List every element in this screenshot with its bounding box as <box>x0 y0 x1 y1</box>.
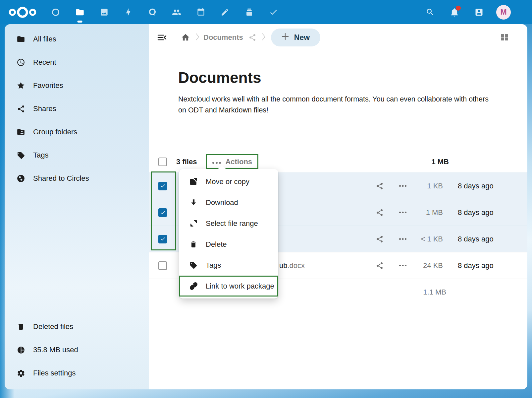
sidebar-item-group-folders[interactable]: Group folders <box>5 120 149 144</box>
sidebar-toggle-icon[interactable] <box>157 33 167 42</box>
circles-icon <box>17 174 25 183</box>
menu-item-label: Download <box>206 198 238 207</box>
quota-pie-icon <box>17 346 25 354</box>
sidebar-item-files-settings[interactable]: Files settings <box>5 362 149 385</box>
contacts-menu-icon[interactable] <box>472 0 486 24</box>
menu-item-select-file-range[interactable]: Select file range <box>179 213 278 234</box>
deck-icon[interactable] <box>242 0 256 24</box>
sidebar-footer: Deleted files 35.8 MB used Files setting… <box>5 315 149 385</box>
folder-account-icon <box>17 128 25 136</box>
file-size: < 1 KB <box>411 235 443 243</box>
breadcrumb-share-icon[interactable] <box>248 33 256 41</box>
gear-icon <box>17 369 25 377</box>
row-actions-icon[interactable] <box>399 235 407 243</box>
chevron-right-icon <box>262 33 266 42</box>
sidebar-item-tags[interactable]: Tags <box>5 144 149 167</box>
new-button[interactable]: New <box>271 29 320 46</box>
talk-icon[interactable] <box>145 0 160 24</box>
tasks-icon[interactable] <box>266 0 281 24</box>
notifications-bell-icon[interactable] <box>447 0 462 24</box>
home-icon[interactable] <box>181 33 190 42</box>
sidebar-item-deleted-files[interactable]: Deleted files <box>5 315 149 338</box>
calendar-icon[interactable] <box>193 0 208 24</box>
sidebar-item-label: Tags <box>33 151 48 160</box>
file-size: 1 MB <box>411 208 443 217</box>
avatar[interactable]: M <box>496 5 511 20</box>
folder-description-line2: on ODT and Markdown files! <box>178 106 268 114</box>
row-checkbox-checked[interactable] <box>158 208 167 217</box>
menu-item-delete[interactable]: Delete <box>179 234 278 255</box>
row-share-icon[interactable] <box>375 182 384 190</box>
sidebar-item-quota[interactable]: 35.8 MB used <box>5 338 149 362</box>
star-icon <box>17 81 25 90</box>
app-shell: All files Recent Favorites Shares Group … <box>5 24 527 389</box>
sidebar-item-shares[interactable]: Shares <box>5 97 149 120</box>
sidebar-item-label: Shared to Circles <box>33 174 89 183</box>
grid-view-icon[interactable] <box>501 33 508 41</box>
row-checkbox-checked[interactable] <box>158 182 167 190</box>
tag-icon <box>189 261 198 270</box>
sidebar-item-label: Recent <box>33 58 56 67</box>
folder-icon <box>17 35 25 43</box>
sidebar-item-favorites[interactable]: Favorites <box>5 74 149 97</box>
page-title: Documents <box>178 69 498 87</box>
row-checkbox[interactable] <box>158 261 167 270</box>
menu-item-download[interactable]: Download <box>179 192 278 213</box>
actions-menu: Move or copy Download Select file range <box>179 169 278 298</box>
tag-icon <box>17 151 25 160</box>
list-total-size: 1.1 MB <box>423 288 446 297</box>
plus-icon <box>282 33 289 42</box>
row-share-icon[interactable] <box>375 208 384 217</box>
file-size: 24 KB <box>411 261 443 270</box>
download-icon <box>189 198 198 207</box>
nextcloud-files-screen: { "topbar": { "apps": [ {"label": "dashb… <box>0 0 532 398</box>
actions-button[interactable]: Actions <box>206 154 258 169</box>
file-size: 1 KB <box>411 182 443 190</box>
active-app-indicator <box>78 21 82 23</box>
menu-item-label: Select file range <box>206 219 258 228</box>
sidebar-item-all-files[interactable]: All files <box>5 28 149 51</box>
row-share-icon[interactable] <box>375 235 384 243</box>
avatar-initial: M <box>500 8 506 17</box>
notes-icon[interactable] <box>218 0 232 24</box>
files-icon[interactable] <box>73 0 87 24</box>
menu-item-label: Tags <box>206 261 221 270</box>
move-icon <box>189 177 198 186</box>
sidebar-item-label: Group folders <box>33 128 77 136</box>
files-content: Documents New Documents <box>149 24 527 389</box>
actions-button-label: Actions <box>225 158 252 166</box>
share-icon <box>17 104 25 113</box>
contacts-icon[interactable] <box>169 0 184 24</box>
folder-description[interactable]: Nextcloud works well with all the common… <box>178 94 498 116</box>
photos-icon[interactable] <box>97 0 111 24</box>
row-share-icon[interactable] <box>375 261 384 270</box>
activity-icon[interactable] <box>121 0 135 24</box>
delete-icon <box>189 240 198 249</box>
controls-bar: Documents New <box>149 28 527 47</box>
clock-icon <box>17 58 25 67</box>
breadcrumb-current[interactable]: Documents <box>203 33 243 42</box>
file-modified: 8 days ago <box>458 208 501 217</box>
row-actions-icon[interactable] <box>399 261 407 270</box>
sidebar-item-label: 35.8 MB used <box>33 346 78 354</box>
row-actions-icon[interactable] <box>399 208 407 217</box>
row-actions-icon[interactable] <box>399 182 407 190</box>
unified-search-icon[interactable] <box>423 0 437 24</box>
dashboard-icon[interactable] <box>48 0 63 24</box>
file-modified: 8 days ago <box>458 261 501 270</box>
file-name[interactable]: ub.docx <box>279 261 305 270</box>
menu-item-move-or-copy[interactable]: Move or copy <box>179 171 278 192</box>
select-range-icon <box>189 219 198 228</box>
menu-item-tags[interactable]: Tags <box>179 255 278 276</box>
sidebar-item-shared-to-circles[interactable]: Shared to Circles <box>5 167 149 190</box>
sidebar-item-recent[interactable]: Recent <box>5 51 149 74</box>
nextcloud-logo[interactable] <box>7 6 38 19</box>
select-all-checkbox[interactable] <box>158 158 167 166</box>
topbar-right: M <box>413 0 511 24</box>
file-modified: 8 days ago <box>458 235 501 243</box>
row-checkbox-checked[interactable] <box>158 235 167 243</box>
selected-count: 3 files <box>176 158 197 166</box>
top-bar: M <box>0 0 532 24</box>
menu-item-link-to-work-package[interactable]: Link to work package <box>179 276 278 297</box>
chevron-right-icon <box>195 33 199 42</box>
